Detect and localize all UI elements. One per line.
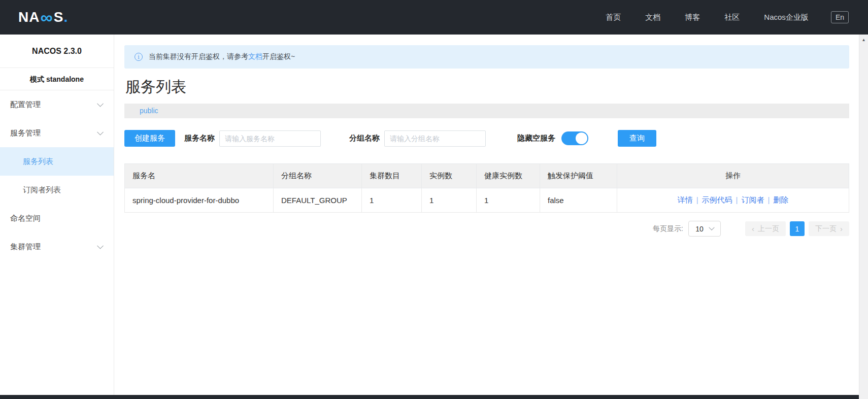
table-header-row: 服务名 分组名称 集群数目 实例数 健康实例数 触发保护阈值 操作 <box>125 164 849 188</box>
pagination: 每页显示: 10 ‹ 上一页 1 下一页 › <box>124 221 849 237</box>
next-page-label: 下一页 <box>815 224 837 234</box>
sidebar-item-namespace[interactable]: 命名空间 <box>0 204 114 232</box>
healthy-count-cell: 1 <box>477 188 540 213</box>
col-instance-count: 实例数 <box>422 164 477 188</box>
services-table: 服务名 分组名称 集群数目 实例数 健康实例数 触发保护阈值 操作 spring… <box>124 163 849 213</box>
nav-blog[interactable]: 博客 <box>685 13 700 22</box>
sidebar-item-service-list[interactable]: 服务列表 <box>0 147 114 176</box>
chevron-down-icon <box>97 101 104 107</box>
prev-page-label: 上一页 <box>758 224 779 234</box>
page-size-label: 每页显示: <box>653 224 683 234</box>
col-group-name: 分组名称 <box>274 164 362 188</box>
sidebar-item-config-management[interactable]: 配置管理 <box>0 90 114 119</box>
logo-dot: . <box>63 9 68 25</box>
table-row: spring-cloud-provider-for-dubbo DEFAULT_… <box>125 188 849 213</box>
col-healthy-count: 健康实例数 <box>477 164 540 188</box>
page-size-value: 10 <box>695 225 704 233</box>
subscriber-link[interactable]: 订阅者 <box>741 195 764 204</box>
scrollbar[interactable]: ▲ <box>859 35 868 399</box>
sidebar: NACOS 2.3.0 模式standalone 配置管理 服务管理 服务列表 … <box>0 35 114 395</box>
banner-text-after: 开启鉴权~ <box>262 52 295 61</box>
col-protect-threshold: 触发保护阈值 <box>540 164 617 188</box>
sidebar-item-label: 订阅者列表 <box>23 185 61 194</box>
docs-link[interactable]: 文档 <box>248 52 262 61</box>
pager: ‹ 上一页 1 下一页 › <box>745 221 849 236</box>
detail-link[interactable]: 详情 <box>678 195 693 204</box>
namespace-tab-public[interactable]: public <box>140 107 158 115</box>
logo-text-right: S <box>54 9 64 25</box>
mode-label-text: 模式 <box>30 75 44 83</box>
service-name-label: 服务名称 <box>184 134 215 143</box>
service-name-cell: spring-cloud-provider-for-dubbo <box>125 188 274 213</box>
prev-page-button[interactable]: ‹ 上一页 <box>745 221 786 236</box>
create-service-button[interactable]: 创建服务 <box>124 130 175 147</box>
info-icon: i <box>135 53 143 61</box>
group-name-label: 分组名称 <box>349 134 380 143</box>
sidebar-item-subscriber-list[interactable]: 订阅者列表 <box>0 176 114 204</box>
page-title: 服务列表 <box>125 77 849 97</box>
sidebar-item-label: 命名空间 <box>10 214 41 222</box>
hide-empty-service-toggle[interactable] <box>561 131 588 145</box>
page-1-button[interactable]: 1 <box>790 221 805 236</box>
top-navbar: NA∞S. 首页 文档 博客 社区 Nacos企业版 En <box>0 0 868 35</box>
next-page-button[interactable]: 下一页 › <box>809 221 849 236</box>
action-separator: | <box>696 195 698 204</box>
sidebar-item-label: 服务管理 <box>10 128 41 137</box>
toolbar: 创建服务 服务名称 分组名称 隐藏空服务 查询 <box>124 130 849 147</box>
cluster-count-cell: 1 <box>362 188 422 213</box>
chevron-down-icon <box>97 129 104 136</box>
namespace-bar: public <box>124 104 849 118</box>
col-cluster-count: 集群数目 <box>362 164 422 188</box>
col-operations: 操作 <box>617 164 849 188</box>
search-button[interactable]: 查询 <box>618 130 656 147</box>
col-service-name: 服务名 <box>125 164 274 188</box>
nav-home[interactable]: 首页 <box>606 13 621 22</box>
chevron-down-icon <box>97 243 104 249</box>
mode-value: standalone <box>46 75 84 83</box>
sidebar-item-label: 服务列表 <box>23 157 53 165</box>
footer-bar <box>0 395 859 399</box>
scroll-up-arrow-icon[interactable]: ▲ <box>859 35 868 42</box>
toggle-knob <box>576 132 587 144</box>
infinity-icon: ∞ <box>40 10 53 24</box>
language-toggle-button[interactable]: En <box>831 11 849 23</box>
banner-text-before: 当前集群没有开启鉴权，请参考 <box>149 52 248 61</box>
nav-docs[interactable]: 文档 <box>645 13 660 22</box>
main-content: i 当前集群没有开启鉴权，请参考 文档 开启鉴权~ 服务列表 public 创建… <box>114 35 868 395</box>
group-name-input[interactable] <box>384 130 486 147</box>
page-size-select[interactable]: 10 <box>688 221 721 237</box>
version-label: NACOS 2.3.0 <box>0 35 114 68</box>
auth-warning-banner: i 当前集群没有开启鉴权，请参考 文档 开启鉴权~ <box>124 45 849 69</box>
sidebar-item-label: 集群管理 <box>10 242 41 251</box>
group-name-cell: DEFAULT_GROUP <box>274 188 362 213</box>
logo-text-left: NA <box>18 9 40 25</box>
sidebar-item-cluster-management[interactable]: 集群管理 <box>0 232 114 261</box>
nav-community[interactable]: 社区 <box>724 13 740 22</box>
sidebar-item-service-management[interactable]: 服务管理 <box>0 119 114 147</box>
nav-enterprise[interactable]: Nacos企业版 <box>764 13 809 22</box>
protect-threshold-cell: false <box>540 188 617 213</box>
sidebar-item-label: 配置管理 <box>10 100 41 109</box>
delete-link[interactable]: 删除 <box>773 195 788 204</box>
operations-cell: 详情|示例代码|订阅者|删除 <box>617 188 849 213</box>
action-separator: | <box>767 195 770 204</box>
sample-code-link[interactable]: 示例代码 <box>702 195 732 204</box>
chevron-right-icon: › <box>840 224 843 233</box>
nacos-logo[interactable]: NA∞S. <box>18 9 68 25</box>
hide-empty-service-label: 隐藏空服务 <box>517 134 555 143</box>
chevron-down-icon <box>709 224 714 230</box>
top-nav-links: 首页 文档 博客 社区 Nacos企业版 En <box>581 11 849 23</box>
instance-count-cell: 1 <box>422 188 477 213</box>
service-name-input[interactable] <box>219 130 321 147</box>
chevron-left-icon: ‹ <box>752 224 754 233</box>
mode-label: 模式standalone <box>0 68 114 90</box>
action-separator: | <box>736 195 738 204</box>
